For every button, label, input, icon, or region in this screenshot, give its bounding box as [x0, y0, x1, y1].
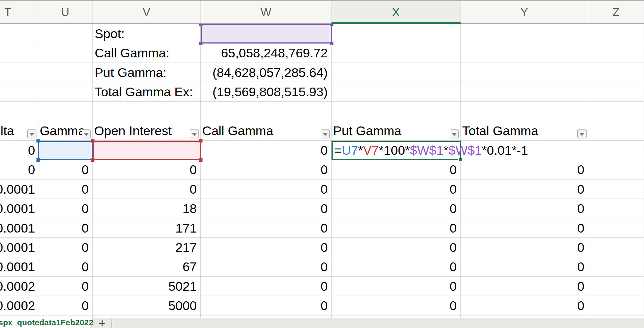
cell-X8[interactable]: 0 [332, 160, 461, 180]
cell-Z5[interactable] [588, 102, 644, 121]
formula-editor[interactable]: =U7*V7*100*$W$1*$W$1*0.01*-1 [334, 141, 528, 160]
cell-T13[interactable]: 0.0001 [0, 257, 38, 277]
cell-Y2[interactable] [461, 43, 588, 63]
cell-V10[interactable]: 18 [93, 199, 201, 218]
cell-Y3[interactable] [461, 63, 588, 82]
cell-V16[interactable] [93, 315, 201, 318]
cell-W2[interactable]: 65,058,248,769.72 [201, 43, 332, 63]
cell-W8[interactable]: 0 [201, 160, 332, 180]
cell-Y9[interactable]: 0 [461, 180, 588, 199]
cell-Z4[interactable] [588, 82, 644, 102]
column-header-X[interactable]: X [332, 1, 461, 23]
cell-Z8[interactable] [588, 160, 644, 180]
cell-W7[interactable]: 0 [201, 141, 332, 160]
cell-U3[interactable] [38, 63, 93, 82]
cell-V15[interactable]: 5000 [93, 296, 201, 315]
cell-V5[interactable] [93, 102, 201, 121]
cell-Y16[interactable] [461, 315, 588, 318]
cell-X2[interactable] [332, 43, 461, 63]
cell-W11[interactable]: 0 [201, 218, 332, 238]
cell-W14[interactable]: 0 [201, 277, 332, 296]
cell-U14[interactable]: 0 [38, 277, 93, 296]
cell-Y14[interactable]: 0 [461, 277, 588, 296]
cell-U12[interactable]: 0 [38, 238, 93, 257]
cell-V6[interactable]: Open Interest [93, 121, 201, 141]
cell-U10[interactable]: 0 [38, 199, 93, 218]
cell-Y10[interactable]: 0 [461, 199, 588, 218]
sheet-tab-active[interactable]: spx_quotedata1Feb2022 [0, 317, 92, 328]
cell-T6[interactable]: lta [0, 121, 38, 141]
cell-X1[interactable] [332, 24, 461, 43]
cell-V13[interactable]: 67 [93, 257, 201, 277]
cell-T1[interactable] [0, 24, 38, 43]
cell-U15[interactable]: 0 [38, 296, 93, 315]
cell-T8[interactable]: 0 [0, 160, 38, 180]
cell-U2[interactable] [38, 43, 93, 63]
cell-Z7[interactable] [588, 141, 644, 160]
cell-T4[interactable] [0, 82, 38, 102]
cell-W9[interactable]: 0 [201, 180, 332, 199]
cell-Z12[interactable] [588, 238, 644, 257]
cell-Y4[interactable] [461, 82, 588, 102]
cell-X6[interactable]: Put Gamma [332, 121, 461, 141]
cell-X11[interactable]: 0 [332, 218, 461, 238]
cell-W16[interactable] [201, 315, 332, 318]
filter-button-V[interactable] [190, 129, 199, 138]
cell-V14[interactable]: 5021 [93, 277, 201, 296]
column-header-V[interactable]: V [93, 1, 201, 23]
cell-T12[interactable]: 0.0001 [0, 238, 38, 257]
cell-X13[interactable]: 0 [332, 257, 461, 277]
cell-Z6[interactable] [588, 121, 644, 141]
cell-Z3[interactable] [588, 63, 644, 82]
filter-button-Y[interactable] [577, 129, 587, 138]
cell-Y15[interactable]: 0 [461, 296, 588, 315]
cell-Z11[interactable] [588, 218, 644, 238]
add-sheet-button[interactable]: + [94, 318, 110, 328]
column-header-T[interactable]: T [0, 1, 38, 23]
cell-U5[interactable] [38, 102, 93, 121]
cell-U9[interactable]: 0 [38, 180, 93, 199]
cell-U13[interactable]: 0 [38, 257, 93, 277]
cell-T3[interactable] [0, 63, 38, 82]
cell-Z13[interactable] [588, 257, 644, 277]
cell-W13[interactable]: 0 [201, 257, 332, 277]
cell-U4[interactable] [38, 82, 93, 102]
cell-X16[interactable] [332, 315, 461, 318]
cell-Y8[interactable]: 0 [461, 160, 588, 180]
column-header-W[interactable]: W [201, 1, 332, 23]
cell-X3[interactable] [332, 63, 461, 82]
cell-Y12[interactable]: 0 [461, 238, 588, 257]
cell-Z1[interactable] [588, 24, 644, 43]
cell-V8[interactable]: 0 [93, 160, 201, 180]
cell-T2[interactable] [0, 43, 38, 63]
cell-T5[interactable] [0, 102, 38, 121]
cell-W4[interactable]: (19,569,808,515.93) [201, 82, 332, 102]
cell-U8[interactable]: 0 [38, 160, 93, 180]
cell-X5[interactable] [332, 102, 461, 121]
cell-W15[interactable]: 0 [201, 296, 332, 315]
cell-X14[interactable]: 0 [332, 277, 461, 296]
cell-T10[interactable]: 0.0001 [0, 199, 38, 218]
cell-T15[interactable]: 0.0002 [0, 296, 38, 315]
cell-W12[interactable]: 0 [201, 238, 332, 257]
cell-Y5[interactable] [461, 102, 588, 121]
cell-Z10[interactable] [588, 199, 644, 218]
cell-Z16[interactable] [588, 315, 644, 318]
cell-Z14[interactable] [588, 277, 644, 296]
cell-Y1[interactable] [461, 24, 588, 43]
cell-W3[interactable]: (84,628,057,285.64) [201, 63, 332, 82]
cell-U6[interactable]: Gamma [38, 121, 93, 141]
cell-Y13[interactable]: 0 [461, 257, 588, 277]
column-header-Y[interactable]: Y [461, 1, 588, 23]
cell-W10[interactable]: 0 [201, 199, 332, 218]
cell-V9[interactable]: 0 [93, 180, 201, 199]
cell-V11[interactable]: 171 [93, 218, 201, 238]
column-header-U[interactable]: U [38, 1, 93, 23]
filter-button-U[interactable] [82, 129, 91, 138]
cell-Z15[interactable] [588, 296, 644, 315]
cell-W6[interactable]: Call Gamma [201, 121, 332, 141]
filter-button-W[interactable] [321, 129, 330, 138]
cell-T9[interactable]: 0.0001 [0, 180, 38, 199]
cell-Y6[interactable]: Total Gamma [461, 121, 588, 141]
filter-button-T[interactable] [27, 129, 36, 138]
